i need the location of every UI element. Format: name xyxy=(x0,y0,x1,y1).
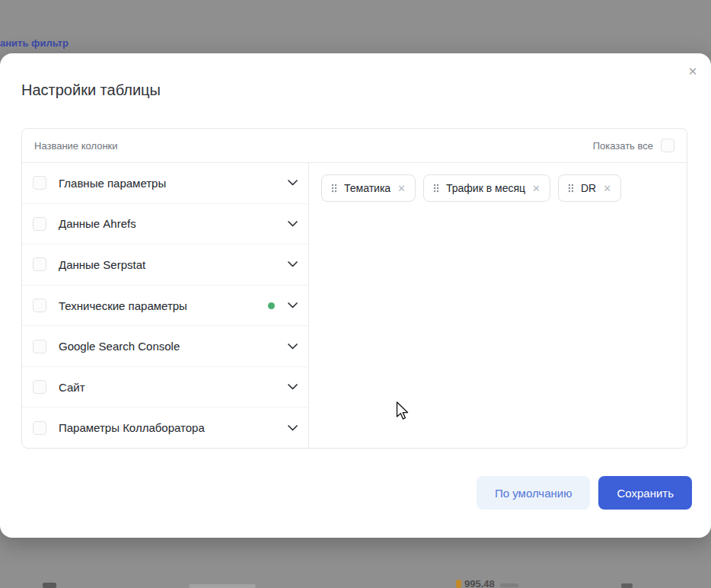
chevron-down-icon[interactable] xyxy=(287,221,298,227)
selected-column-chip-tematika[interactable]: Тематика ✕ xyxy=(321,174,416,202)
remove-chip-icon[interactable]: ✕ xyxy=(603,184,611,193)
panel-header: Название колонки Показать все xyxy=(22,129,687,163)
modal-footer: По умолчанию Сохранить xyxy=(477,476,692,510)
category-label: Данные Serpstat xyxy=(51,258,287,271)
category-row-collaborator-params[interactable]: Параметры Коллаборатора xyxy=(22,407,308,448)
chip-label: Трафик в месяц xyxy=(446,182,525,194)
category-label: Параметры Коллаборатора xyxy=(51,421,287,434)
category-checkbox[interactable] xyxy=(33,217,46,231)
category-list: Главные параметры Данные Ahrefs Данные S… xyxy=(22,163,309,448)
selected-columns-area: Тематика ✕ Трафик в месяц ✕ DR ✕ xyxy=(309,163,687,448)
active-indicator-dot xyxy=(268,302,275,309)
category-label: Данные Ahrefs xyxy=(51,217,287,230)
chevron-down-icon[interactable] xyxy=(287,180,298,186)
category-checkbox[interactable] xyxy=(33,340,46,353)
category-checkbox[interactable] xyxy=(33,299,46,312)
category-checkbox[interactable] xyxy=(33,176,46,190)
background-text-fragment xyxy=(500,583,518,587)
category-row-site[interactable]: Сайт xyxy=(22,367,308,408)
default-button[interactable]: По умолчанию xyxy=(477,476,590,510)
columns-panel: Название колонки Показать все Главные па… xyxy=(21,128,687,449)
category-row-technical-params[interactable]: Технические параметры xyxy=(22,286,308,327)
chevron-down-icon[interactable] xyxy=(287,261,298,267)
chevron-down-icon[interactable] xyxy=(287,425,298,431)
chevron-down-icon[interactable] xyxy=(287,384,298,390)
category-row-ahrefs[interactable]: Данные Ahrefs xyxy=(22,204,308,245)
category-row-serpstat[interactable]: Данные Serpstat xyxy=(22,244,308,286)
category-label: Главные параметры xyxy=(51,177,287,190)
category-checkbox[interactable] xyxy=(33,257,46,271)
background-save-filter-link-fragment: анить фильтр xyxy=(0,37,69,49)
show-all-control: Показать все xyxy=(593,139,674,152)
page: анить фильтр 995.48 Настройки таблицы ✕ … xyxy=(0,0,711,588)
selected-column-chip-traffic[interactable]: Трафик в месяц ✕ xyxy=(423,174,550,202)
chevron-down-icon[interactable] xyxy=(287,302,298,308)
background-metric-fragment: 995.48 xyxy=(464,578,495,588)
flame-icon xyxy=(456,580,461,588)
category-checkbox[interactable] xyxy=(33,421,46,435)
category-label: Google Search Console xyxy=(51,340,287,353)
remove-chip-icon[interactable]: ✕ xyxy=(397,184,406,193)
category-checkbox[interactable] xyxy=(33,380,46,394)
selected-column-chip-dr[interactable]: DR ✕ xyxy=(558,174,621,202)
close-icon[interactable]: ✕ xyxy=(682,61,703,82)
drag-handle-icon[interactable] xyxy=(568,184,574,193)
table-settings-modal: Настройки таблицы ✕ Название колонки Пок… xyxy=(0,53,711,538)
drag-handle-icon[interactable] xyxy=(331,184,337,193)
panel-body: Главные параметры Данные Ahrefs Данные S… xyxy=(22,163,687,448)
background-text-fragment xyxy=(43,583,56,588)
category-row-main-params[interactable]: Главные параметры xyxy=(22,163,308,204)
background-text-fragment xyxy=(621,583,633,588)
remove-chip-icon[interactable]: ✕ xyxy=(532,184,540,193)
category-label: Технические параметры xyxy=(51,299,268,312)
chip-label: Тематика xyxy=(344,182,391,194)
chip-label: DR xyxy=(581,182,596,194)
category-row-google-search-console[interactable]: Google Search Console xyxy=(22,326,308,367)
show-all-label: Показать все xyxy=(593,140,653,152)
chevron-down-icon[interactable] xyxy=(287,344,298,350)
save-button[interactable]: Сохранить xyxy=(598,476,692,510)
background-button-fragment xyxy=(189,584,256,588)
category-label: Сайт xyxy=(51,381,287,394)
column-name-header: Название колонки xyxy=(34,140,118,152)
modal-title: Настройки таблицы xyxy=(21,81,161,99)
drag-handle-icon[interactable] xyxy=(433,184,439,193)
show-all-checkbox[interactable] xyxy=(661,139,674,152)
